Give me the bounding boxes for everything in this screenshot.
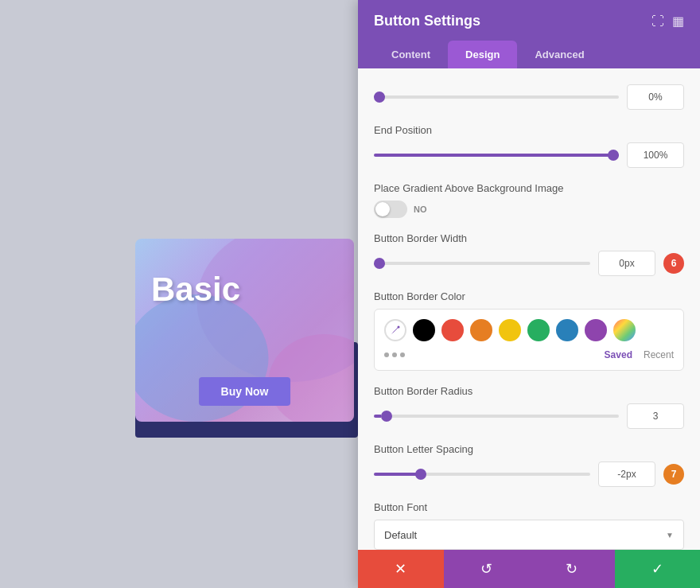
color-swatches-row bbox=[384, 319, 674, 341]
end-position-label: End Position bbox=[374, 124, 684, 136]
swatch-gradient[interactable] bbox=[613, 319, 636, 341]
tab-advanced[interactable]: Advanced bbox=[517, 41, 601, 68]
swatch-black[interactable] bbox=[413, 319, 435, 341]
grid-icon[interactable]: ▦ bbox=[672, 14, 684, 29]
border-width-row: 0px 6 bbox=[374, 251, 684, 276]
border-radius-slider[interactable] bbox=[374, 415, 619, 418]
border-color-section: Button Border Color bbox=[374, 290, 684, 371]
swatch-red[interactable] bbox=[441, 319, 464, 341]
card-main: Basic Buy Now bbox=[135, 239, 354, 422]
border-width-slider[interactable] bbox=[374, 262, 590, 265]
undo-button[interactable]: ↺ bbox=[444, 550, 530, 588]
toggle-knob bbox=[375, 202, 390, 216]
color-footer-right: Saved Recent bbox=[605, 349, 674, 360]
end-position-row: 100% bbox=[374, 142, 684, 168]
save-button[interactable]: ✓ bbox=[615, 550, 701, 588]
color-footer: Saved Recent bbox=[384, 349, 674, 360]
start-position-row: 0% bbox=[374, 84, 684, 110]
letter-spacing-section: Button Letter Spacing -2px 7 bbox=[374, 443, 684, 487]
border-color-label: Button Border Color bbox=[374, 290, 684, 302]
border-width-label: Button Border Width bbox=[374, 232, 684, 244]
panel-body: 0% End Position 100% Place Gradient Abov… bbox=[358, 68, 700, 550]
dot-1 bbox=[384, 352, 389, 357]
tab-content[interactable]: Content bbox=[374, 41, 448, 68]
gradient-label: Place Gradient Above Background Image bbox=[374, 182, 684, 194]
border-radius-value[interactable]: 3 bbox=[627, 403, 684, 429]
gradient-toggle[interactable] bbox=[374, 201, 407, 218]
dot-3 bbox=[400, 352, 405, 357]
color-picker-button[interactable] bbox=[384, 319, 406, 341]
svg-point-0 bbox=[398, 326, 400, 329]
letter-spacing-slider-container bbox=[374, 466, 590, 482]
swatch-purple[interactable] bbox=[585, 319, 607, 341]
swatch-blue[interactable] bbox=[556, 319, 578, 341]
color-dots bbox=[384, 352, 405, 357]
border-width-badge: 6 bbox=[663, 253, 684, 274]
tab-design[interactable]: Design bbox=[448, 41, 517, 68]
dot-2 bbox=[392, 352, 397, 357]
border-radius-label: Button Border Radius bbox=[374, 385, 684, 397]
fullscreen-icon[interactable]: ⛶ bbox=[651, 14, 664, 29]
button-settings-panel: Button Settings ⛶ ▦ Content Design Advan… bbox=[358, 0, 700, 588]
end-position-value[interactable]: 100% bbox=[627, 142, 684, 168]
letter-spacing-label: Button Letter Spacing bbox=[374, 443, 684, 455]
card-title: Basic bbox=[151, 271, 240, 309]
border-width-value[interactable]: 0px bbox=[598, 251, 655, 276]
end-position-slider[interactable] bbox=[374, 154, 619, 157]
button-font-value: Default bbox=[384, 529, 417, 541]
recent-label[interactable]: Recent bbox=[644, 349, 674, 360]
start-position-slider[interactable] bbox=[374, 95, 619, 99]
border-radius-slider-container bbox=[374, 408, 619, 424]
border-width-section: Button Border Width 0px 6 bbox=[374, 232, 684, 276]
toggle-off-label: NO bbox=[414, 204, 427, 214]
saved-label[interactable]: Saved bbox=[605, 349, 632, 360]
start-position-slider-container bbox=[374, 89, 619, 105]
redo-button[interactable]: ↻ bbox=[529, 550, 615, 588]
letter-spacing-slider[interactable] bbox=[374, 473, 590, 476]
panel-footer: ✕ ↺ ↻ ✓ bbox=[358, 550, 700, 588]
button-font-section: Button Font Default ▼ bbox=[374, 501, 684, 550]
panel-icon-group: ⛶ ▦ bbox=[651, 14, 684, 29]
swatch-yellow[interactable] bbox=[499, 319, 521, 341]
panel-header: Button Settings ⛶ ▦ Content Design Advan… bbox=[358, 0, 700, 68]
start-position-value[interactable]: 0% bbox=[627, 84, 684, 110]
end-position-section: End Position 100% bbox=[374, 124, 684, 168]
button-font-select[interactable]: Default ▼ bbox=[374, 520, 684, 550]
button-font-label: Button Font bbox=[374, 501, 684, 513]
border-radius-section: Button Border Radius 3 bbox=[374, 385, 684, 429]
buy-now-button[interactable]: Buy Now bbox=[199, 377, 291, 406]
border-width-slider-container bbox=[374, 255, 590, 271]
cancel-button[interactable]: ✕ bbox=[358, 550, 444, 588]
border-radius-row: 3 bbox=[374, 403, 684, 429]
color-picker-area: Saved Recent bbox=[374, 309, 684, 371]
card-wrapper: Basic Buy Now bbox=[135, 239, 358, 438]
end-position-slider-container bbox=[374, 147, 619, 163]
swatch-green[interactable] bbox=[527, 319, 550, 341]
swatch-orange[interactable] bbox=[470, 319, 492, 341]
select-arrow-icon: ▼ bbox=[666, 531, 674, 539]
start-position-section: 0% bbox=[374, 84, 684, 110]
gradient-toggle-row: NO bbox=[374, 201, 684, 218]
gradient-section: Place Gradient Above Background Image NO bbox=[374, 182, 684, 218]
panel-title-row: Button Settings ⛶ ▦ bbox=[374, 13, 684, 29]
letter-spacing-row: -2px 7 bbox=[374, 461, 684, 487]
panel-title: Button Settings bbox=[374, 13, 480, 29]
tab-bar: Content Design Advanced bbox=[374, 41, 684, 68]
letter-spacing-badge: 7 bbox=[663, 464, 684, 485]
letter-spacing-value[interactable]: -2px bbox=[598, 461, 655, 487]
